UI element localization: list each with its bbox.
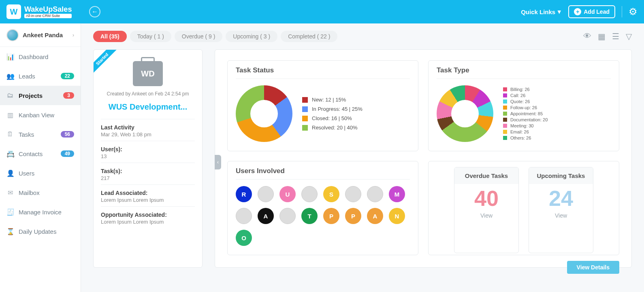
briefcase-icon: WD xyxy=(133,61,163,86)
grid-view-icon[interactable]: ▦ xyxy=(598,32,606,41)
view-overdue-link[interactable]: View xyxy=(454,211,518,224)
task-status-chart xyxy=(236,85,292,142)
upcoming-tasks-card: Upcoming Tasks 24 View xyxy=(529,167,593,253)
add-lead-button[interactable]: + Add Lead xyxy=(568,5,615,18)
sidebar-item-tasks[interactable]: 🗓Tasks56 xyxy=(0,125,81,144)
nav-icon: 🗓 xyxy=(6,131,14,138)
created-by: Created by Ankeet on Feb 24 2:54 pm xyxy=(101,91,195,97)
sidebar-item-contacts[interactable]: 📇Contacts49 xyxy=(0,144,81,163)
filter-pill[interactable]: Upcoming ( 3 ) xyxy=(226,31,277,42)
avatar xyxy=(6,29,19,41)
nav-icon: ✉ xyxy=(6,189,14,197)
user-chip[interactable] xyxy=(301,186,318,202)
nav-icon: 📊 xyxy=(6,53,14,61)
count-badge: 22 xyxy=(61,73,74,79)
user-chip[interactable]: S xyxy=(323,186,339,202)
user-chip[interactable]: P xyxy=(345,208,361,224)
settings-button[interactable]: ⚙ xyxy=(629,6,638,17)
collapse-handle[interactable]: ‹ xyxy=(215,155,221,169)
user-chip[interactable] xyxy=(345,186,361,202)
sidebar-item-dashboard[interactable]: 📊Dashboard xyxy=(0,47,81,66)
task-type-chart xyxy=(437,85,493,142)
nav-icon: 👤 xyxy=(6,169,14,177)
sidebar-item-mailbox[interactable]: ✉Mailbox xyxy=(0,183,81,202)
nav-icon: 🗂 xyxy=(6,92,14,99)
task-stats: Overdue Tasks 40 View Upcoming Tasks 24 … xyxy=(428,161,619,255)
view-details-button[interactable]: View Details xyxy=(567,261,619,274)
user-chip[interactable] xyxy=(258,186,274,202)
sidebar-item-daily-updates[interactable]: ⌛Daily Updates xyxy=(0,222,81,241)
count-badge: 49 xyxy=(61,150,74,157)
user-chip[interactable]: O xyxy=(236,230,252,246)
gear-icon: ⚙ xyxy=(629,6,638,17)
status-ribbon: Started xyxy=(93,49,118,75)
logo[interactable]: W WakeUpSales All-in-one CRM Suite xyxy=(6,4,81,19)
main-content: All (35)Today ( 1 )Overdue ( 9 )Upcoming… xyxy=(81,23,644,292)
sidebar-item-projects[interactable]: 🗂Projects3 xyxy=(0,86,81,105)
back-button[interactable]: ← xyxy=(89,6,100,17)
user-chip[interactable] xyxy=(236,208,252,224)
user-chip[interactable]: T xyxy=(301,208,318,224)
visibility-icon[interactable]: 👁 xyxy=(583,32,591,41)
user-chip[interactable]: U xyxy=(279,186,296,202)
user-chip[interactable]: A xyxy=(367,208,383,224)
users-involved-panel: Users Involved RUSMATPPANO xyxy=(227,161,418,255)
chevron-down-icon: ▾ xyxy=(558,8,561,15)
project-name: WUS Development... xyxy=(101,102,195,112)
task-type-legend: Billing: 26Call: 26Quote: 26Follow-up: 2… xyxy=(503,86,548,142)
chevron-right-icon: › xyxy=(73,32,74,38)
overdue-tasks-card: Overdue Tasks 40 View xyxy=(454,167,519,253)
sidebar-item-users[interactable]: 👤Users xyxy=(0,163,81,183)
user-chip[interactable]: M xyxy=(389,186,405,202)
user-chip[interactable] xyxy=(367,186,383,202)
filter-pill[interactable]: Overdue ( 9 ) xyxy=(175,31,222,42)
user-chip[interactable] xyxy=(279,208,296,224)
quick-links-dropdown[interactable]: Quick Links ▾ xyxy=(521,8,561,15)
filter-pills: All (35)Today ( 1 )Overdue ( 9 )Upcoming… xyxy=(93,31,632,42)
task-status-legend: New: 12 | 15%In Progress: 45 | 25%Closed… xyxy=(302,93,363,134)
sidebar-item-manage-invoice[interactable]: 🧾Manage Invoice xyxy=(0,202,81,222)
user-chip[interactable]: A xyxy=(258,208,274,224)
sidebar: Ankeet Panda › 📊Dashboard👥Leads22🗂Projec… xyxy=(0,23,81,292)
current-user[interactable]: Ankeet Panda › xyxy=(0,23,81,47)
sidebar-item-kanban-view[interactable]: ▥Kanban View xyxy=(0,105,81,125)
sidebar-item-leads[interactable]: 👥Leads22 xyxy=(0,66,81,86)
top-header: W WakeUpSales All-in-one CRM Suite ← Qui… xyxy=(0,0,644,23)
user-chip[interactable]: N xyxy=(389,208,405,224)
count-badge: 56 xyxy=(61,131,74,138)
nav-icon: 📇 xyxy=(6,150,14,158)
nav-icon: ⌛ xyxy=(6,228,14,235)
panels-container: ‹ Task Status New: 12 | 15%In Progress: … xyxy=(215,49,632,268)
count-badge: 3 xyxy=(63,92,74,99)
task-type-panel: Task Type Billing: 26Call: 26Quote: 26Fo… xyxy=(428,60,619,151)
task-status-panel: Task Status New: 12 | 15%In Progress: 45… xyxy=(227,60,418,151)
nav-icon: ▥ xyxy=(6,111,14,119)
filter-pill[interactable]: Today ( 1 ) xyxy=(130,31,171,42)
user-chip[interactable]: P xyxy=(323,208,339,224)
brand-tagline: All-in-one CRM Suite xyxy=(24,14,72,18)
logo-icon: W xyxy=(6,4,21,19)
filter-pill[interactable]: All (35) xyxy=(93,31,127,42)
filter-icon[interactable]: ▽ xyxy=(626,32,632,41)
list-view-icon[interactable]: ☰ xyxy=(612,32,619,41)
plus-icon: + xyxy=(574,8,581,15)
view-upcoming-link[interactable]: View xyxy=(529,211,593,224)
user-chip[interactable]: R xyxy=(236,186,252,202)
brand-name: WakeUpSales xyxy=(24,6,72,13)
nav-icon: 🧾 xyxy=(6,208,14,216)
arrow-left-icon: ← xyxy=(92,8,98,15)
project-card[interactable]: Started WD Created by Ankeet on Feb 24 2… xyxy=(93,49,203,268)
nav-icon: 👥 xyxy=(6,72,14,80)
filter-pill[interactable]: Completed ( 22 ) xyxy=(281,31,337,42)
